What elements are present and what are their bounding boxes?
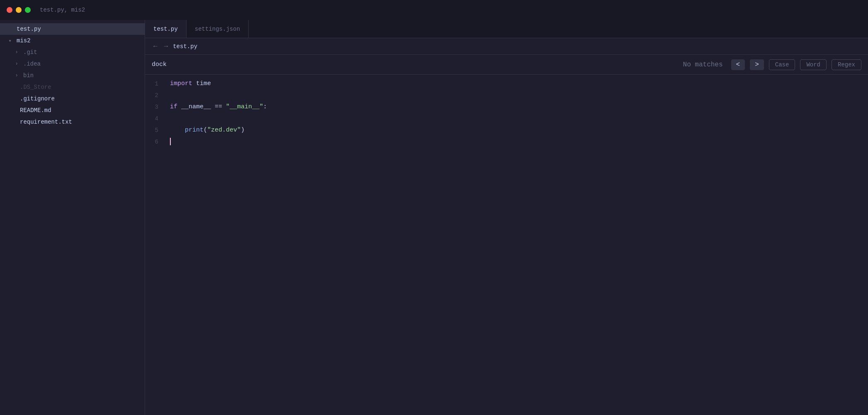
maximize-button[interactable] (25, 7, 31, 13)
sidebar-item-label: .git (23, 49, 37, 56)
editor-area: test.py settings.json ← → test.py No mat… (145, 20, 868, 415)
sidebar-item-git[interactable]: › .git (0, 46, 145, 58)
code-line-3: 3 if __name__ == "__main__": (145, 101, 868, 113)
sidebar-item-label: .idea (23, 61, 41, 67)
code-line-4: 4 (145, 113, 868, 124)
sidebar-item-label: README.md (20, 107, 51, 114)
sidebar-item-testpy[interactable]: test.py (0, 23, 145, 35)
text-cursor (170, 138, 171, 145)
chevron-right-icon: › (13, 49, 20, 55)
minimize-button[interactable] (16, 7, 22, 13)
search-input-wrapper (152, 61, 235, 68)
line-number: 4 (145, 113, 167, 124)
sidebar-item-ds-store[interactable]: .DS_Store (0, 81, 145, 93)
search-bar: No matches < > Case Word Regex (145, 55, 868, 75)
code-line-2: 2 (145, 90, 868, 101)
tab-bar: test.py settings.json (145, 20, 868, 38)
titlebar: test.py, mis2 (0, 0, 868, 20)
code-line-1: 1 import time (145, 78, 868, 90)
no-matches-label: No matches (683, 61, 723, 68)
line-number: 6 (145, 136, 167, 148)
tab-label: test.py (153, 26, 178, 32)
line-number: 5 (145, 124, 167, 136)
sidebar-item-label: mis2 (17, 37, 31, 44)
case-toggle-button[interactable]: Case (769, 59, 795, 70)
line-number: 3 (145, 101, 167, 113)
sidebar-item-readme[interactable]: README.md (0, 105, 145, 116)
prev-match-button[interactable]: < (731, 59, 745, 70)
sidebar-item-idea[interactable]: › .idea (0, 58, 145, 70)
line-content: import time (167, 78, 868, 90)
sidebar-item-label: .DS_Store (20, 84, 51, 90)
forward-button[interactable]: → (162, 42, 170, 51)
code-editor[interactable]: 1 import time 2 3 if __name__ == "__main… (145, 75, 868, 415)
line-content: if __name__ == "__main__": (167, 101, 868, 113)
search-input[interactable] (152, 61, 235, 68)
line-number: 2 (145, 90, 167, 101)
breadcrumb-bar: ← → test.py (145, 38, 868, 55)
tab-label: settings.json (195, 26, 240, 32)
tab-settings[interactable]: settings.json (187, 20, 249, 38)
code-line-5: 5 print("zed.dev") (145, 124, 868, 136)
sidebar: test.py ▾ mis2 › .git › .idea › bin .DS_… (0, 20, 145, 415)
sidebar-item-bin[interactable]: › bin (0, 70, 145, 81)
chevron-down-icon: ▾ (7, 38, 13, 44)
tab-testpy[interactable]: test.py (145, 20, 187, 38)
line-content: print("zed.dev") (167, 124, 868, 136)
chevron-right-icon: › (13, 73, 20, 78)
sidebar-item-label: bin (23, 72, 34, 79)
code-line-6: 6 (145, 136, 868, 148)
word-toggle-button[interactable]: Word (800, 59, 827, 70)
sidebar-item-label: .gitignore (20, 95, 55, 102)
regex-toggle-button[interactable]: Regex (832, 59, 861, 70)
traffic-lights (7, 7, 31, 13)
sidebar-item-mis2[interactable]: ▾ mis2 (0, 35, 145, 46)
next-match-button[interactable]: > (750, 59, 764, 70)
sidebar-item-label: requirement.txt (20, 119, 72, 125)
close-button[interactable] (7, 7, 12, 13)
sidebar-item-gitignore[interactable]: .gitignore (0, 93, 145, 105)
line-content (167, 136, 868, 148)
sidebar-item-requirements[interactable]: requirement.txt (0, 116, 145, 128)
main-layout: test.py ▾ mis2 › .git › .idea › bin .DS_… (0, 20, 868, 415)
breadcrumb: test.py (173, 43, 197, 50)
sidebar-item-label: test.py (17, 26, 41, 32)
line-number: 1 (145, 78, 167, 90)
chevron-right-icon: › (13, 61, 20, 67)
back-button[interactable]: ← (152, 42, 159, 51)
window-title: test.py, mis2 (40, 7, 85, 13)
